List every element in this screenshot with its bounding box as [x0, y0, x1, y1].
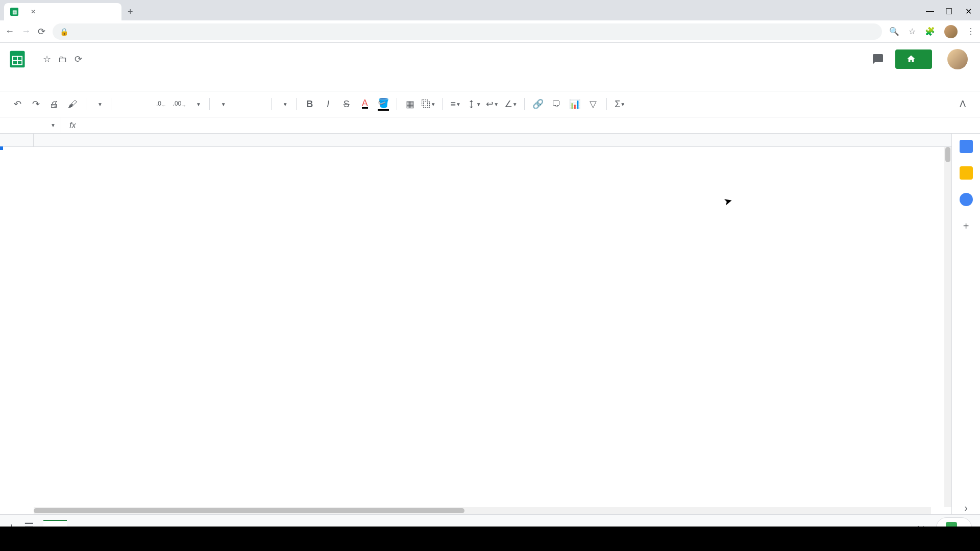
- browser-avatar[interactable]: [944, 25, 958, 38]
- zoom-select[interactable]: ▼: [91, 102, 106, 107]
- number-format-select[interactable]: ▼: [190, 102, 204, 107]
- back-icon[interactable]: ←: [5, 26, 14, 37]
- functions-button[interactable]: Σ▼: [612, 96, 628, 112]
- calendar-icon[interactable]: [960, 140, 973, 153]
- extensions-icon[interactable]: 🧩: [925, 27, 935, 36]
- zoom-icon[interactable]: 🔍: [889, 27, 899, 36]
- sheets-favicon: ▦: [10, 8, 18, 16]
- sync-icon: ⟳: [75, 54, 82, 65]
- comment-button[interactable]: 🗨: [548, 96, 565, 112]
- browser-tab[interactable]: ▦ ✕: [4, 3, 121, 20]
- collapse-panel-icon[interactable]: ›: [960, 501, 973, 514]
- bold-button[interactable]: B: [302, 96, 318, 112]
- mouse-cursor: ➤: [722, 194, 734, 208]
- bookmark-icon[interactable]: ☆: [909, 27, 916, 36]
- formula-bar[interactable]: [84, 121, 980, 130]
- font-select[interactable]: ▼: [215, 102, 266, 107]
- grid[interactable]: ➤: [0, 134, 951, 514]
- fill-handle[interactable]: [0, 146, 3, 150]
- share-button[interactable]: [895, 49, 932, 69]
- sheets-logo[interactable]: [6, 45, 29, 73]
- toolbar: ↶ ↷ 🖨 🖌 ▼ .0← .00→ ▼ ▼ ▼ B I S A 🪣 ▦ ⿻▼ …: [0, 91, 980, 117]
- close-window-icon[interactable]: ✕: [965, 7, 972, 16]
- select-all-corner[interactable]: [0, 134, 34, 146]
- undo-button[interactable]: ↶: [9, 96, 26, 112]
- profile-avatar[interactable]: [947, 49, 968, 69]
- font-size-select[interactable]: ▼: [277, 102, 291, 107]
- lock-icon: 🔒: [60, 28, 68, 36]
- borders-button[interactable]: ▦: [402, 96, 419, 112]
- link-button[interactable]: 🔗: [530, 96, 546, 112]
- valign-button[interactable]: ⭥▼: [466, 96, 482, 112]
- comments-button[interactable]: [868, 49, 888, 69]
- star-icon[interactable]: ☆: [43, 54, 51, 65]
- taskbar: [0, 527, 980, 551]
- print-button[interactable]: 🖨: [46, 96, 62, 112]
- italic-button[interactable]: I: [320, 96, 336, 112]
- add-panel-icon[interactable]: +: [960, 219, 973, 233]
- tab-close-icon[interactable]: ✕: [31, 8, 36, 15]
- reload-icon[interactable]: ⟳: [38, 26, 45, 37]
- vertical-scrollbar[interactable]: [944, 147, 951, 507]
- dec-decimal-button[interactable]: .0←: [153, 96, 169, 112]
- side-panel: + ›: [951, 134, 980, 514]
- browser-menu-icon[interactable]: ⋮: [967, 27, 975, 36]
- browser-tab-bar: ▦ ✕ + — ☐ ✕: [0, 0, 980, 20]
- strike-button[interactable]: S: [338, 96, 355, 112]
- inc-decimal-button[interactable]: .00→: [172, 96, 188, 112]
- currency-button[interactable]: [116, 96, 133, 112]
- chart-button[interactable]: 📊: [567, 96, 583, 112]
- text-color-button[interactable]: A: [357, 96, 373, 112]
- browser-nav-bar: ← → ⟳ 🔒 🔍 ☆ 🧩 ⋮: [0, 20, 980, 43]
- filter-button[interactable]: ▽: [585, 96, 601, 112]
- redo-button[interactable]: ↷: [28, 96, 44, 112]
- new-tab-button[interactable]: +: [128, 7, 133, 17]
- menu-bar: [6, 71, 968, 88]
- fx-icon: fx: [61, 121, 84, 130]
- keep-icon[interactable]: [960, 166, 973, 180]
- url-bar[interactable]: 🔒: [53, 23, 882, 40]
- maximize-icon[interactable]: ☐: [945, 7, 952, 16]
- wrap-button[interactable]: ↩▼: [484, 96, 501, 112]
- tasks-icon[interactable]: [960, 193, 973, 206]
- halign-button[interactable]: ≡▼: [448, 96, 464, 112]
- percent-button[interactable]: [135, 96, 151, 112]
- horizontal-scrollbar[interactable]: [34, 507, 931, 514]
- move-icon[interactable]: 🗀: [58, 54, 67, 65]
- name-box[interactable]: ▼: [0, 117, 61, 133]
- fill-color-button[interactable]: 🪣: [375, 96, 391, 112]
- merge-button[interactable]: ⿻▼: [421, 96, 437, 112]
- minimize-icon[interactable]: —: [926, 7, 933, 16]
- paint-format-button[interactable]: 🖌: [64, 96, 81, 112]
- forward-icon[interactable]: →: [21, 26, 31, 37]
- rotate-button[interactable]: ∠▼: [503, 96, 519, 112]
- collapse-toolbar-button[interactable]: ᐱ: [954, 96, 971, 112]
